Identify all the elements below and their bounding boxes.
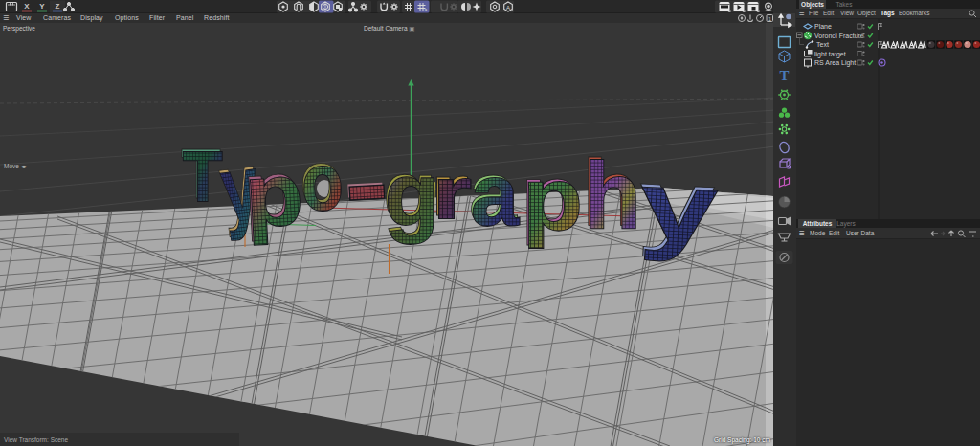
svg-text:X: X: [24, 2, 30, 11]
svg-text:y: y: [638, 150, 720, 263]
svg-text:a: a: [471, 147, 520, 243]
svg-text:h: h: [584, 143, 641, 248]
svg-text:T: T: [779, 68, 789, 83]
svg-text:r: r: [433, 152, 472, 234]
svg-text:RS Area Light: RS Area Light: [814, 59, 856, 67]
svg-text:1: 1: [768, 16, 771, 22]
svg-text:p: p: [243, 145, 305, 245]
svg-text:A: A: [506, 5, 510, 11]
svg-text:Text: Text: [816, 41, 829, 48]
svg-text:p: p: [523, 150, 583, 249]
svg-text:light target: light target: [814, 51, 846, 58]
svg-text:Y: Y: [39, 2, 45, 11]
svg-text:a: a: [425, 7, 428, 12]
svg-text:Z: Z: [56, 2, 60, 11]
svg-text:Voronoi Fracture: Voronoi Fracture: [814, 33, 864, 39]
svg-text:o: o: [300, 136, 345, 228]
svg-text:Plane: Plane: [814, 23, 832, 30]
